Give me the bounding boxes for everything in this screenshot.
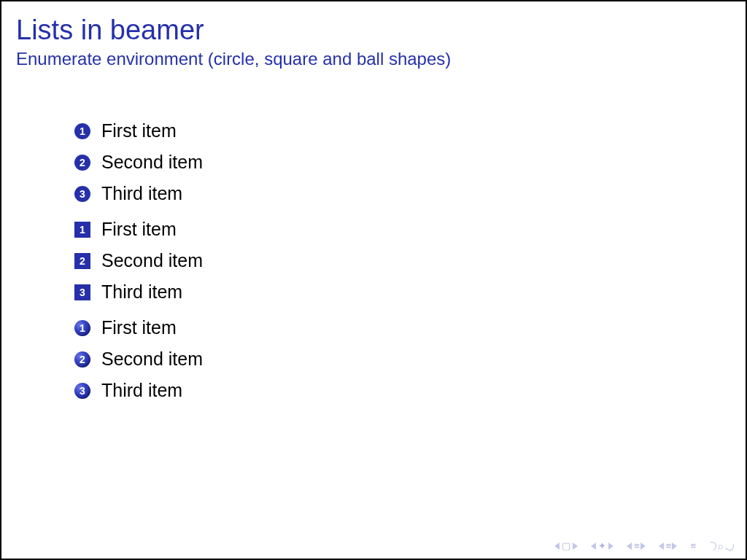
- enumerate-square: 1 First item 2 Second item 3 Third item: [74, 219, 746, 303]
- enum-marker-ball: 2: [74, 351, 90, 368]
- triangle-left-icon: [659, 542, 664, 550]
- list-item: 1 First item: [74, 219, 746, 240]
- list-item-label: Third item: [101, 281, 182, 303]
- enum-marker-square: 2: [74, 253, 90, 269]
- list-item: 3 Third item: [74, 183, 746, 204]
- list-item: 3 Third item: [74, 380, 746, 401]
- frame-subtitle: Enumerate environment (circle, square an…: [1, 49, 746, 69]
- frame-content: 1 First item 2 Second item 3 Third item …: [1, 69, 746, 401]
- search-icon: ⌕: [718, 540, 724, 551]
- list-item-label: First item: [101, 120, 177, 141]
- triangle-right-icon: [672, 542, 677, 550]
- list-item: 2 Second item: [74, 250, 746, 271]
- list-item: 2 Second item: [74, 349, 746, 370]
- list-item: 1 First item: [74, 120, 746, 141]
- nav-prev-subsection[interactable]: ≡: [627, 541, 646, 551]
- list-item-label: Third item: [101, 380, 182, 401]
- enum-marker-circle: 2: [74, 155, 90, 171]
- section-icon: ✦: [598, 541, 606, 551]
- enum-marker-square: 3: [74, 284, 90, 300]
- nav-prev-frame[interactable]: ≡: [659, 541, 678, 551]
- enum-marker-square: 1: [74, 222, 90, 238]
- triangle-right-icon: [608, 542, 614, 550]
- nav-back-forward[interactable]: ⌕: [708, 540, 734, 551]
- enum-marker-ball: 1: [74, 320, 90, 336]
- list-item-label: Third item: [101, 183, 182, 204]
- triangle-right-icon: [640, 542, 646, 550]
- list-item-label: Second item: [101, 152, 203, 173]
- beamer-navbar: ▢ ✦ ≡ ≡ ≡ ⌕: [554, 540, 734, 551]
- nav-first-slide[interactable]: ▢: [554, 541, 578, 551]
- triangle-left-icon: [627, 542, 632, 550]
- list-item: 3 Third item: [74, 281, 746, 303]
- enum-marker-ball: 3: [74, 383, 90, 399]
- triangle-left-icon: [554, 542, 560, 550]
- triangle-left-icon: [591, 542, 596, 550]
- enum-marker-circle: 1: [74, 123, 90, 139]
- enum-marker-circle: 3: [74, 186, 90, 202]
- redo-arc-icon: [724, 540, 735, 551]
- subsection-icon: ≡: [634, 541, 638, 551]
- frame-icon: ≡: [666, 541, 670, 551]
- frame-title: Lists in beamer: [1, 1, 746, 49]
- enumerate-ball: 1 First item 2 Second item 3 Third item: [74, 317, 746, 401]
- nav-goto[interactable]: ≡: [690, 541, 694, 551]
- undo-arc-icon: [706, 540, 717, 551]
- list-item-label: Second item: [101, 349, 203, 370]
- triangle-right-icon: [573, 542, 578, 550]
- nav-prev-section[interactable]: ✦: [591, 541, 614, 551]
- list-item: 2 Second item: [74, 152, 746, 173]
- list-item-label: Second item: [101, 250, 203, 271]
- slide-icon: ▢: [562, 541, 570, 551]
- enumerate-circle: 1 First item 2 Second item 3 Third item: [74, 120, 746, 204]
- list-item-label: First item: [101, 317, 177, 338]
- beamer-slide: Lists in beamer Enumerate environment (c…: [0, 0, 747, 560]
- list-item-label: First item: [101, 219, 177, 240]
- list-item: 1 First item: [74, 317, 746, 338]
